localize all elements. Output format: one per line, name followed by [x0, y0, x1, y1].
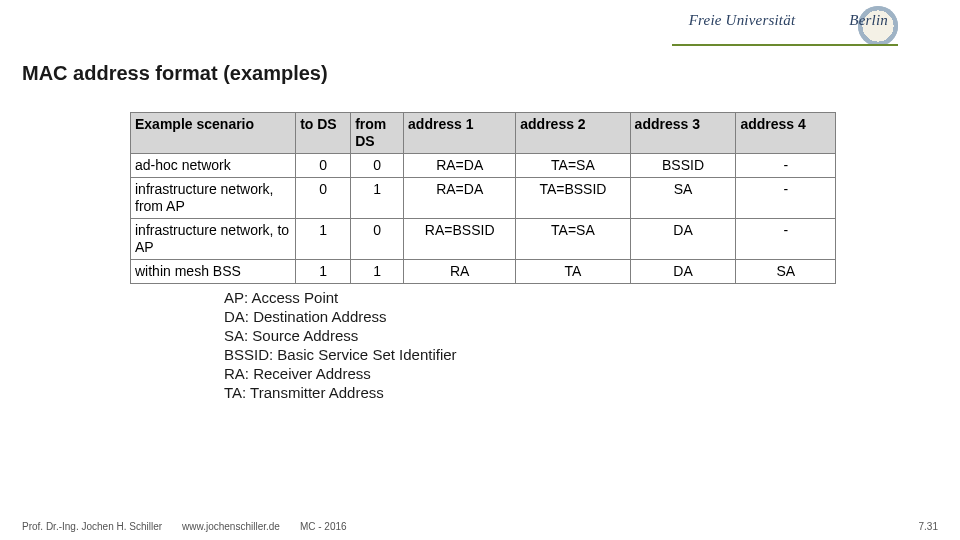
- col-header-addr4: address 4: [736, 113, 836, 154]
- cell-addr4: SA: [736, 260, 836, 284]
- cell-scenario: infrastructure network, to AP: [131, 219, 296, 260]
- legend-line-da: DA: Destination Address: [224, 307, 457, 326]
- legend-line-ta: TA: Transmitter Address: [224, 383, 457, 402]
- cell-addr2: TA: [516, 260, 630, 284]
- table-header-row: Example scenario to DS from DS address 1…: [131, 113, 836, 154]
- cell-addr2: TA=SA: [516, 154, 630, 178]
- university-name-left: Freie Universität: [689, 13, 796, 28]
- cell-scenario: infrastructure network, from AP: [131, 178, 296, 219]
- header-divider: [672, 44, 898, 46]
- cell-tods: 1: [296, 260, 351, 284]
- footer-site: www.jochenschiller.de: [182, 521, 280, 532]
- cell-addr1: RA=DA: [404, 154, 516, 178]
- table-row: infrastructure network, from AP 0 1 RA=D…: [131, 178, 836, 219]
- university-name-right: Berlin: [849, 13, 888, 28]
- cell-addr1: RA=BSSID: [404, 219, 516, 260]
- cell-addr3: DA: [630, 260, 736, 284]
- cell-tods: 1: [296, 219, 351, 260]
- legend: AP: Access Point DA: Destination Address…: [224, 288, 457, 402]
- col-header-scenario: Example scenario: [131, 113, 296, 154]
- cell-scenario: ad-hoc network: [131, 154, 296, 178]
- col-header-addr2: address 2: [516, 113, 630, 154]
- footer: Prof. Dr.-Ing. Jochen H. Schiller www.jo…: [22, 521, 938, 532]
- footer-course: MC - 2016: [300, 521, 347, 532]
- legend-line-bssid: BSSID: Basic Service Set Identifier: [224, 345, 457, 364]
- table: Example scenario to DS from DS address 1…: [130, 112, 836, 284]
- table-row: infrastructure network, to AP 1 0 RA=BSS…: [131, 219, 836, 260]
- footer-page: 7.31: [919, 521, 938, 532]
- cell-addr4: -: [736, 178, 836, 219]
- col-header-tods: to DS: [296, 113, 351, 154]
- cell-tods: 0: [296, 154, 351, 178]
- col-header-addr1: address 1: [404, 113, 516, 154]
- slide-title: MAC address format (examples): [22, 62, 328, 85]
- table-row: within mesh BSS 1 1 RA TA DA SA: [131, 260, 836, 284]
- col-header-addr3: address 3: [630, 113, 736, 154]
- legend-line-sa: SA: Source Address: [224, 326, 457, 345]
- cell-addr4: -: [736, 219, 836, 260]
- cell-scenario: within mesh BSS: [131, 260, 296, 284]
- cell-fromds: 0: [351, 219, 404, 260]
- cell-fromds: 0: [351, 154, 404, 178]
- cell-addr2: TA=BSSID: [516, 178, 630, 219]
- mac-address-table: Example scenario to DS from DS address 1…: [130, 112, 836, 284]
- legend-line-ap: AP: Access Point: [224, 288, 457, 307]
- cell-fromds: 1: [351, 260, 404, 284]
- col-header-fromds: from DS: [351, 113, 404, 154]
- legend-line-ra: RA: Receiver Address: [224, 364, 457, 383]
- cell-fromds: 1: [351, 178, 404, 219]
- university-logo: Freie Universität Berlin: [689, 13, 888, 28]
- cell-addr4: -: [736, 154, 836, 178]
- table-row: ad-hoc network 0 0 RA=DA TA=SA BSSID -: [131, 154, 836, 178]
- cell-tods: 0: [296, 178, 351, 219]
- header: Freie Universität Berlin: [670, 0, 960, 48]
- cell-addr3: SA: [630, 178, 736, 219]
- footer-author: Prof. Dr.-Ing. Jochen H. Schiller: [22, 521, 162, 532]
- cell-addr1: RA: [404, 260, 516, 284]
- cell-addr3: BSSID: [630, 154, 736, 178]
- cell-addr2: TA=SA: [516, 219, 630, 260]
- cell-addr3: DA: [630, 219, 736, 260]
- cell-addr1: RA=DA: [404, 178, 516, 219]
